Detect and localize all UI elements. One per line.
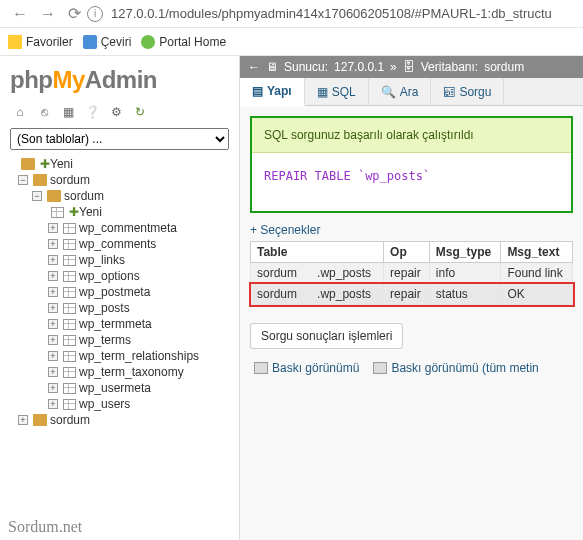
structure-icon: ▤ [252, 84, 263, 98]
print-view-full-link[interactable]: Baskı görünümü (tüm metin [373, 361, 538, 375]
back-button[interactable]: ← [6, 5, 34, 23]
logout-icon[interactable]: ⎋ [36, 104, 52, 120]
docs-icon[interactable]: ❔ [84, 104, 100, 120]
printer-icon [254, 362, 268, 374]
result-row-highlighted: sordum .wp_posts repair status OK [251, 284, 573, 305]
expand-icon[interactable]: + [48, 239, 58, 249]
tree-table[interactable]: +wp_users [8, 396, 235, 412]
tree-new-table[interactable]: ✚Yeni [8, 204, 235, 220]
th-msgtext[interactable]: Msg_text [501, 242, 573, 263]
expand-icon[interactable]: + [48, 287, 58, 297]
printer-icon [373, 362, 387, 374]
breadcrumb-server[interactable]: 127.0.0.1 [334, 60, 384, 74]
expand-icon[interactable]: + [48, 271, 58, 281]
expand-icon[interactable]: + [48, 255, 58, 265]
result-table: Table Op Msg_type Msg_text sordum .wp_po… [250, 241, 573, 305]
tree-table[interactable]: +wp_commentmeta [8, 220, 235, 236]
folder-icon [8, 35, 22, 49]
tab-structure[interactable]: ▤Yapı [240, 78, 305, 106]
collapse-icon[interactable]: − [18, 175, 28, 185]
translate-icon [83, 35, 97, 49]
tree-db-sordum2[interactable]: +sordum [8, 412, 235, 428]
sql-statement: REPAIR TABLE `wp_posts` [252, 153, 571, 211]
reload-nav-icon[interactable]: ↻ [132, 104, 148, 120]
tab-sql[interactable]: ▦SQL [305, 78, 369, 105]
expand-icon[interactable]: + [48, 351, 58, 361]
expand-icon[interactable]: + [48, 383, 58, 393]
expand-icon[interactable]: + [48, 223, 58, 233]
nav-left-icon[interactable]: ← [248, 60, 260, 74]
query-icon: 🗟 [443, 85, 455, 99]
th-msgtype[interactable]: Msg_type [429, 242, 501, 263]
expand-icon[interactable]: + [48, 367, 58, 377]
address-bar[interactable]: 127.0.0.1/modules/phpmyadmin414x17060620… [111, 6, 552, 21]
sql-icon[interactable]: ▦ [60, 104, 76, 120]
forward-button[interactable]: → [34, 5, 62, 23]
breadcrumb: ← 🖥 Sunucu: 127.0.0.1 » 🗄 Veritabanı: so… [240, 56, 583, 78]
success-message: SQL sorgunuz başarılı olarak çalıştırıld… [252, 118, 571, 153]
tree-table[interactable]: +wp_options [8, 268, 235, 284]
result-row: sordum .wp_posts repair info Found link [251, 263, 573, 284]
th-table[interactable]: Table [251, 242, 384, 263]
expand-icon[interactable]: + [48, 303, 58, 313]
tree-table[interactable]: +wp_terms [8, 332, 235, 348]
bookmark-favoriler[interactable]: Favoriler [8, 35, 73, 49]
results-ops-label: Sorgu sonuçları işlemleri [250, 323, 403, 349]
site-info-icon[interactable]: i [87, 6, 103, 22]
collapse-icon[interactable]: − [32, 191, 42, 201]
phpmyadmin-logo: phpMyAdmin [4, 62, 235, 104]
breadcrumb-db[interactable]: sordum [484, 60, 524, 74]
tree-table[interactable]: +wp_posts [8, 300, 235, 316]
tree-table[interactable]: +wp_links [8, 252, 235, 268]
database-icon: 🗄 [403, 60, 415, 74]
tree-table[interactable]: +wp_usermeta [8, 380, 235, 396]
expand-icon[interactable]: + [48, 335, 58, 345]
db-tree: ✚Yeni −sordum −sordum ✚Yeni +wp_commentm… [4, 156, 235, 428]
sql-tab-icon: ▦ [317, 85, 328, 99]
tree-table[interactable]: +wp_termmeta [8, 316, 235, 332]
expand-icon[interactable]: + [18, 415, 28, 425]
options-link[interactable]: + Seçenekler [250, 223, 573, 237]
tree-table[interactable]: +wp_comments [8, 236, 235, 252]
tree-table[interactable]: +wp_postmeta [8, 284, 235, 300]
tree-sub-sordum[interactable]: −sordum [8, 188, 235, 204]
tree-table[interactable]: +wp_term_taxonomy [8, 364, 235, 380]
tab-search[interactable]: 🔍Ara [369, 78, 432, 105]
th-op[interactable]: Op [384, 242, 430, 263]
tab-query[interactable]: 🗟Sorgu [431, 78, 504, 105]
settings-icon[interactable]: ⚙ [108, 104, 124, 120]
tree-new-db[interactable]: ✚Yeni [8, 156, 235, 172]
server-icon: 🖥 [266, 60, 278, 74]
home-icon[interactable]: ⌂ [12, 104, 28, 120]
success-box: SQL sorgunuz başarılı olarak çalıştırıld… [250, 116, 573, 213]
expand-icon[interactable]: + [48, 399, 58, 409]
bookmark-ceviri[interactable]: Çeviri [83, 35, 132, 49]
watermark: Sordum.net [8, 518, 82, 536]
tree-table[interactable]: +wp_term_relationships [8, 348, 235, 364]
reload-button[interactable]: ⟳ [62, 4, 87, 23]
tree-db-sordum[interactable]: −sordum [8, 172, 235, 188]
expand-icon[interactable]: + [48, 319, 58, 329]
print-view-link[interactable]: Baskı görünümü [254, 361, 359, 375]
portal-icon [141, 35, 155, 49]
recent-tables-select[interactable]: (Son tablolar) ... [10, 128, 229, 150]
search-icon: 🔍 [381, 85, 396, 99]
bookmark-portal[interactable]: Portal Home [141, 35, 226, 49]
